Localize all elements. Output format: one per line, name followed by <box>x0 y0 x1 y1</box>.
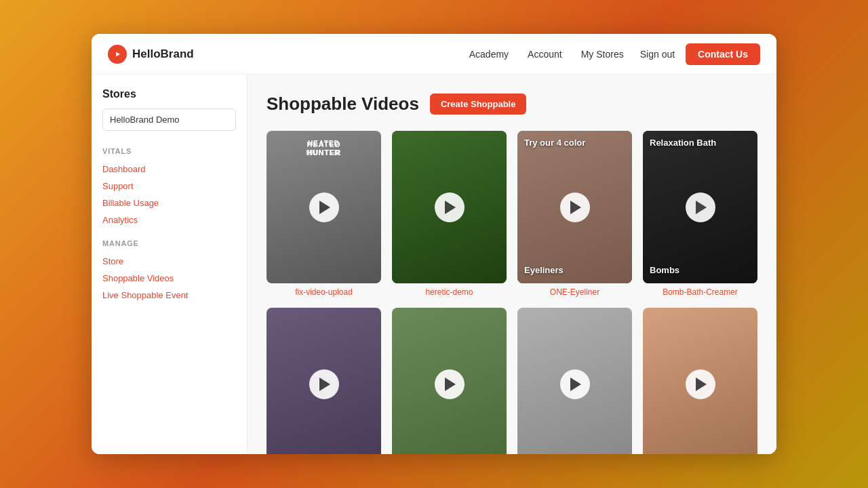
manage-section: MANAGE Store Shoppable Videos Live Shopp… <box>102 239 236 304</box>
logo-icon <box>108 45 127 64</box>
video-card-5[interactable] <box>267 308 381 454</box>
main-content: Shoppable Videos Create Shoppable HEATED… <box>248 75 776 454</box>
video-card-3[interactable]: Try our 4 color Eyeliners ONE-Eyeliner <box>517 131 632 297</box>
video-overlay-bottom-4: Bombs <box>650 265 751 275</box>
video-card-4[interactable]: Relaxation Bath Bombs Bomb-Bath-Creamer <box>643 131 757 297</box>
sign-out-button[interactable]: Sign out <box>640 49 675 60</box>
video-overlay-title-1: HEATEDHUNTER <box>308 139 340 158</box>
logo-text: HelloBrand <box>132 47 194 61</box>
page-title: Shoppable Videos <box>267 94 419 115</box>
video-thumbnail-6 <box>392 308 507 454</box>
app-window: HelloBrand Academy Account My Stores Sig… <box>92 34 776 454</box>
video-thumbnail-2 <box>392 131 507 283</box>
video-overlay-title-3: Try our 4 color <box>524 138 625 148</box>
nav-academy[interactable]: Academy <box>469 49 509 60</box>
video-card-1[interactable]: HEATEDHUNTER fix-video-upload <box>267 131 381 297</box>
play-icon-5 <box>319 378 330 391</box>
nav-links: Academy Account My Stores <box>469 49 624 60</box>
play-icon-3 <box>570 201 581 214</box>
sidebar-item-support[interactable]: Support <box>102 178 236 195</box>
video-thumbnail-8 <box>643 308 757 454</box>
video-label-3: ONE-Eyeliner <box>517 287 632 297</box>
sidebar-item-shoppable-videos[interactable]: Shoppable Videos <box>102 270 236 287</box>
sidebar-item-billable-usage[interactable]: Billable Usage <box>102 195 236 211</box>
play-button-4[interactable] <box>686 192 715 222</box>
vitals-section: VITALS Dashboard Support Billable Usage … <box>102 147 236 228</box>
manage-label: MANAGE <box>102 239 236 247</box>
video-thumbnail-4: Relaxation Bath Bombs <box>643 131 757 283</box>
video-label-2: heretic-demo <box>392 287 507 297</box>
video-card-2[interactable]: heretic-demo <box>392 131 507 297</box>
play-button-2[interactable] <box>435 192 465 222</box>
contact-us-button[interactable]: Contact Us <box>686 43 760 65</box>
header: HelloBrand Academy Account My Stores Sig… <box>92 34 776 75</box>
play-icon-2 <box>445 201 456 214</box>
video-grid: HEATEDHUNTER fix-video-upload heretic-de… <box>267 131 757 454</box>
sidebar-item-dashboard[interactable]: Dashboard <box>102 161 236 178</box>
play-icon-8 <box>696 378 707 391</box>
video-overlay-title-4: Relaxation Bath <box>650 138 751 148</box>
video-label-1: fix-video-upload <box>267 287 381 297</box>
sidebar-item-live-shoppable-event[interactable]: Live Shoppable Event <box>102 287 236 304</box>
play-button-8[interactable] <box>686 369 715 399</box>
play-button-3[interactable] <box>560 192 590 222</box>
play-button-1[interactable] <box>309 192 339 222</box>
create-shoppable-button[interactable]: Create Shoppable <box>430 94 527 115</box>
sidebar-item-store[interactable]: Store <box>102 253 236 270</box>
video-card-6[interactable] <box>392 308 507 454</box>
sidebar-item-analytics[interactable]: Analytics <box>102 211 236 228</box>
nav-account[interactable]: Account <box>528 49 562 60</box>
vitals-label: VITALS <box>102 147 236 155</box>
video-card-8[interactable] <box>643 308 757 454</box>
video-thumbnail-5 <box>267 308 381 454</box>
logo-area: HelloBrand <box>108 45 194 64</box>
body-area: Stores VITALS Dashboard Support Billable… <box>92 75 776 454</box>
play-button-5[interactable] <box>309 369 339 399</box>
play-icon-7 <box>570 378 581 391</box>
video-label-4: Bomb-Bath-Creamer <box>643 287 757 297</box>
play-icon-1 <box>319 201 330 214</box>
play-icon-4 <box>696 201 707 214</box>
play-button-6[interactable] <box>435 369 465 399</box>
video-card-7[interactable] <box>517 308 632 454</box>
play-icon-6 <box>445 378 456 391</box>
video-thumbnail-3: Try our 4 color Eyeliners <box>517 131 632 283</box>
sidebar-title: Stores <box>102 88 236 100</box>
store-selector-input[interactable] <box>102 108 236 131</box>
video-thumbnail-7 <box>517 308 632 454</box>
nav-my-stores[interactable]: My Stores <box>581 49 624 60</box>
play-button-7[interactable] <box>560 369 590 399</box>
sidebar: Stores VITALS Dashboard Support Billable… <box>92 75 248 454</box>
video-overlay-bottom-3: Eyeliners <box>524 265 625 275</box>
page-header: Shoppable Videos Create Shoppable <box>267 94 757 115</box>
video-thumbnail-1: HEATEDHUNTER <box>267 131 381 283</box>
